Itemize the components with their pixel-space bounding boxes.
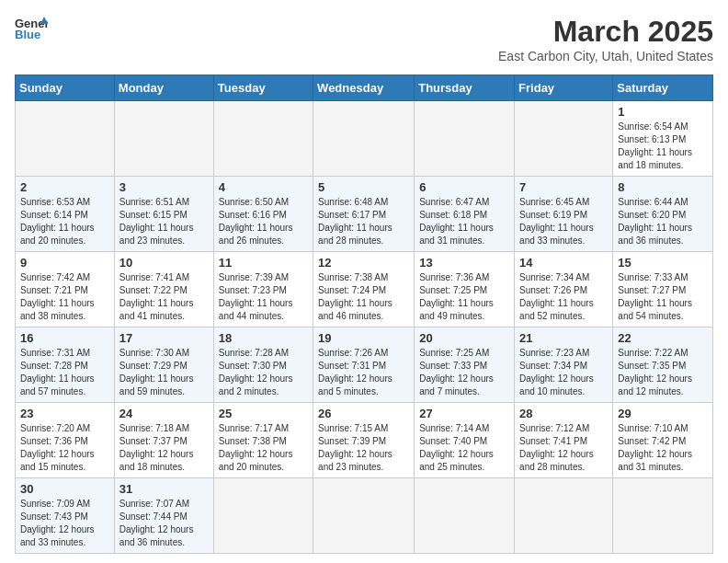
weekday-header-friday: Friday [515, 75, 613, 101]
calendar-day-cell [313, 101, 415, 177]
calendar-day-cell: 4Sunrise: 6:50 AM Sunset: 6:16 PM Daylig… [213, 177, 313, 252]
calendar-day-cell: 28Sunrise: 7:12 AM Sunset: 7:41 PM Dayli… [515, 403, 613, 478]
day-number: 28 [519, 407, 608, 420]
day-number: 27 [419, 407, 509, 420]
calendar-day-cell: 8Sunrise: 6:44 AM Sunset: 6:20 PM Daylig… [613, 177, 713, 252]
calendar-day-cell: 13Sunrise: 7:36 AM Sunset: 7:25 PM Dayli… [415, 252, 515, 327]
calendar-day-cell [515, 101, 613, 177]
logo: General Blue [15, 15, 48, 40]
day-info: Sunrise: 6:50 AM Sunset: 6:16 PM Dayligh… [219, 196, 308, 247]
day-info: Sunrise: 7:09 AM Sunset: 7:43 PM Dayligh… [20, 498, 109, 549]
day-number: 20 [419, 331, 509, 345]
day-info: Sunrise: 7:42 AM Sunset: 7:21 PM Dayligh… [20, 271, 109, 323]
calendar-day-cell [213, 478, 313, 554]
day-info: Sunrise: 7:38 AM Sunset: 7:24 PM Dayligh… [318, 271, 409, 323]
day-number: 8 [618, 180, 708, 194]
calendar-day-cell [114, 101, 213, 177]
day-number: 9 [20, 256, 109, 270]
calendar-day-cell: 22Sunrise: 7:22 AM Sunset: 7:35 PM Dayli… [613, 327, 713, 403]
calendar-day-cell: 20Sunrise: 7:25 AM Sunset: 7:33 PM Dayli… [415, 327, 515, 403]
calendar-day-cell: 17Sunrise: 7:30 AM Sunset: 7:29 PM Dayli… [114, 327, 213, 403]
calendar-day-cell [313, 478, 415, 554]
day-info: Sunrise: 7:34 AM Sunset: 7:26 PM Dayligh… [519, 271, 608, 323]
logo-icon: General Blue [15, 15, 48, 40]
day-number: 3 [119, 180, 209, 194]
calendar-day-cell [515, 478, 613, 554]
day-info: Sunrise: 6:45 AM Sunset: 6:19 PM Dayligh… [519, 196, 608, 247]
day-number: 4 [219, 180, 308, 194]
day-number: 16 [20, 331, 109, 345]
day-number: 1 [618, 105, 708, 119]
calendar-week-row: 1Sunrise: 6:54 AM Sunset: 6:13 PM Daylig… [16, 101, 713, 177]
svg-text:Blue: Blue [15, 28, 40, 40]
weekday-header-tuesday: Tuesday [213, 75, 313, 101]
weekday-header-thursday: Thursday [415, 75, 515, 101]
calendar-day-cell: 18Sunrise: 7:28 AM Sunset: 7:30 PM Dayli… [213, 327, 313, 403]
calendar-day-cell: 12Sunrise: 7:38 AM Sunset: 7:24 PM Dayli… [313, 252, 415, 327]
calendar-day-cell: 24Sunrise: 7:18 AM Sunset: 7:37 PM Dayli… [114, 403, 213, 478]
calendar-day-cell: 16Sunrise: 7:31 AM Sunset: 7:28 PM Dayli… [16, 327, 115, 403]
day-number: 12 [318, 256, 409, 270]
calendar-week-row: 30Sunrise: 7:09 AM Sunset: 7:43 PM Dayli… [16, 478, 713, 554]
calendar-body: 1Sunrise: 6:54 AM Sunset: 6:13 PM Daylig… [16, 101, 713, 554]
day-number: 29 [618, 407, 708, 420]
day-number: 31 [119, 482, 209, 496]
day-info: Sunrise: 7:17 AM Sunset: 7:38 PM Dayligh… [219, 422, 308, 474]
calendar-day-cell [16, 101, 115, 177]
calendar-day-cell [213, 101, 313, 177]
day-info: Sunrise: 7:41 AM Sunset: 7:22 PM Dayligh… [119, 271, 209, 323]
calendar-day-cell: 3Sunrise: 6:51 AM Sunset: 6:15 PM Daylig… [114, 177, 213, 252]
day-info: Sunrise: 7:12 AM Sunset: 7:41 PM Dayligh… [519, 422, 608, 474]
calendar-day-cell: 31Sunrise: 7:07 AM Sunset: 7:44 PM Dayli… [114, 478, 213, 554]
header: General Blue March 2025 East Carbon City… [15, 15, 713, 63]
calendar-day-cell: 2Sunrise: 6:53 AM Sunset: 6:14 PM Daylig… [16, 177, 115, 252]
calendar-day-cell [613, 478, 713, 554]
day-number: 2 [20, 180, 109, 194]
day-number: 5 [318, 180, 409, 194]
day-number: 7 [519, 180, 608, 194]
day-info: Sunrise: 7:25 AM Sunset: 7:33 PM Dayligh… [419, 347, 509, 398]
calendar-week-row: 23Sunrise: 7:20 AM Sunset: 7:36 PM Dayli… [16, 403, 713, 478]
day-info: Sunrise: 7:30 AM Sunset: 7:29 PM Dayligh… [119, 347, 209, 398]
location-subtitle: East Carbon City, Utah, United States [498, 49, 713, 63]
calendar-day-cell: 27Sunrise: 7:14 AM Sunset: 7:40 PM Dayli… [415, 403, 515, 478]
day-info: Sunrise: 6:54 AM Sunset: 6:13 PM Dayligh… [618, 121, 708, 172]
calendar-day-cell: 29Sunrise: 7:10 AM Sunset: 7:42 PM Dayli… [613, 403, 713, 478]
day-number: 11 [219, 256, 308, 270]
day-info: Sunrise: 7:22 AM Sunset: 7:35 PM Dayligh… [618, 347, 708, 398]
calendar-day-cell: 26Sunrise: 7:15 AM Sunset: 7:39 PM Dayli… [313, 403, 415, 478]
day-number: 22 [618, 331, 708, 345]
day-number: 24 [119, 407, 209, 420]
calendar-day-cell [415, 478, 515, 554]
calendar-table: SundayMondayTuesdayWednesdayThursdayFrid… [15, 75, 713, 554]
day-info: Sunrise: 7:36 AM Sunset: 7:25 PM Dayligh… [419, 271, 509, 323]
day-number: 26 [318, 407, 409, 420]
day-info: Sunrise: 7:10 AM Sunset: 7:42 PM Dayligh… [618, 422, 708, 474]
calendar-day-cell: 19Sunrise: 7:26 AM Sunset: 7:31 PM Dayli… [313, 327, 415, 403]
day-number: 17 [119, 331, 209, 345]
day-info: Sunrise: 7:15 AM Sunset: 7:39 PM Dayligh… [318, 422, 409, 474]
calendar-day-cell: 25Sunrise: 7:17 AM Sunset: 7:38 PM Dayli… [213, 403, 313, 478]
title-block: March 2025 East Carbon City, Utah, Unite… [498, 15, 713, 63]
day-number: 25 [219, 407, 308, 420]
day-info: Sunrise: 7:23 AM Sunset: 7:34 PM Dayligh… [519, 347, 608, 398]
day-number: 10 [119, 256, 209, 270]
day-number: 23 [20, 407, 109, 420]
weekday-header-sunday: Sunday [16, 75, 115, 101]
day-info: Sunrise: 7:39 AM Sunset: 7:23 PM Dayligh… [219, 271, 308, 323]
day-info: Sunrise: 7:31 AM Sunset: 7:28 PM Dayligh… [20, 347, 109, 398]
weekday-header-monday: Monday [114, 75, 213, 101]
day-number: 30 [20, 482, 109, 496]
day-number: 6 [419, 180, 509, 194]
day-info: Sunrise: 7:28 AM Sunset: 7:30 PM Dayligh… [219, 347, 308, 398]
day-info: Sunrise: 6:48 AM Sunset: 6:17 PM Dayligh… [318, 196, 409, 247]
day-info: Sunrise: 6:53 AM Sunset: 6:14 PM Dayligh… [20, 196, 109, 247]
weekday-header-wednesday: Wednesday [313, 75, 415, 101]
calendar-week-row: 2Sunrise: 6:53 AM Sunset: 6:14 PM Daylig… [16, 177, 713, 252]
calendar-day-cell: 9Sunrise: 7:42 AM Sunset: 7:21 PM Daylig… [16, 252, 115, 327]
calendar-week-row: 16Sunrise: 7:31 AM Sunset: 7:28 PM Dayli… [16, 327, 713, 403]
calendar-day-cell: 15Sunrise: 7:33 AM Sunset: 7:27 PM Dayli… [613, 252, 713, 327]
calendar-day-cell: 5Sunrise: 6:48 AM Sunset: 6:17 PM Daylig… [313, 177, 415, 252]
day-number: 13 [419, 256, 509, 270]
day-number: 14 [519, 256, 608, 270]
